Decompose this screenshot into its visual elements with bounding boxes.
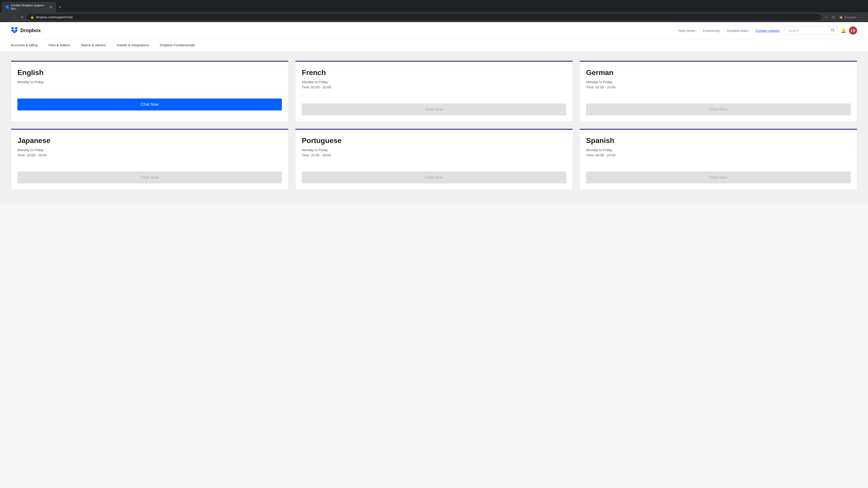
search-box[interactable] xyxy=(785,26,838,35)
portuguese-schedule: Monday to Friday Time: 22:00 - 06:00 xyxy=(302,148,566,158)
search-icon[interactable] xyxy=(831,28,835,33)
spanish-chat-button: Chat Now xyxy=(586,171,850,184)
japanese-schedule: Monday to Friday Time: 10:00 - 18:00 xyxy=(18,148,282,158)
spanish-name: Spanish xyxy=(586,136,850,145)
french-name: French xyxy=(302,68,566,77)
nav-help-center[interactable]: Help center xyxy=(678,29,695,33)
tab-title: Contact Dropbox support - Dro... xyxy=(11,4,47,10)
japanese-card: Japanese Monday to Friday Time: 10:00 - … xyxy=(11,129,288,190)
french-dot: · xyxy=(302,93,566,98)
header-nav: Help center Community Dropbox learn Cont… xyxy=(678,29,780,33)
logo[interactable]: Dropbox xyxy=(11,27,41,34)
browser-toolbar: ← → ↻ 🔒 dropbox.com/support/chat ☆ ⊡ 🕵 I… xyxy=(0,12,868,22)
portuguese-dot: · xyxy=(302,161,566,166)
german-chat-button: Chat Now xyxy=(586,103,850,116)
active-tab[interactable]: Contact Dropbox support - Dro... ✕ xyxy=(2,2,56,12)
japanese-dot: · xyxy=(18,161,282,166)
dropbox-logo-icon xyxy=(11,27,18,34)
language-cards-grid: English Monday to Friday · Chat Now Fren… xyxy=(11,61,857,190)
english-name: English xyxy=(18,68,282,77)
nav-community[interactable]: Community xyxy=(703,29,720,33)
german-dot: · xyxy=(586,93,850,98)
spanish-card: Spanish Monday to Friday Time: 00:00 - 1… xyxy=(580,129,857,190)
forward-button[interactable]: → xyxy=(11,14,17,20)
subnav-installs-integrations[interactable]: Installs & integrations xyxy=(111,39,154,52)
svg-point-1 xyxy=(831,29,834,31)
nav-contact-support[interactable]: Contact support xyxy=(756,29,780,33)
search-input[interactable] xyxy=(788,29,829,33)
tab-close-button[interactable]: ✕ xyxy=(49,5,53,9)
french-schedule: Monday to Friday Time: 02:00 - 10:00 xyxy=(302,79,566,90)
logo-text: Dropbox xyxy=(20,28,41,33)
toolbar-actions: ☆ ⊡ 🕵 Incognito ⋮ xyxy=(823,14,865,20)
subnav-dropbox-fundamentals[interactable]: Dropbox Fundamentals xyxy=(154,39,200,52)
subnav-accounts-billing[interactable]: Accounts & billing xyxy=(11,39,43,52)
portuguese-name: Portuguese xyxy=(302,136,566,145)
english-dot: · xyxy=(18,88,282,93)
french-chat-button: Chat Now xyxy=(302,103,566,116)
english-chat-button[interactable]: Chat Now xyxy=(18,98,282,110)
browser-tabs: Contact Dropbox support - Dro... ✕ + xyxy=(0,0,868,12)
site-header: Dropbox Help center Community Dropbox le… xyxy=(0,22,868,39)
french-card: French Monday to Friday Time: 02:00 - 10… xyxy=(295,61,573,122)
new-tab-button[interactable]: + xyxy=(57,4,63,11)
sub-nav: Accounts & billing Files & folders Teams… xyxy=(0,39,868,52)
portuguese-chat-button: Chat Now xyxy=(302,171,566,184)
lock-icon: 🔒 xyxy=(30,15,34,19)
notifications-bell-icon[interactable]: 🔔 xyxy=(841,28,846,33)
svg-line-2 xyxy=(833,31,835,32)
nav-dropbox-learn[interactable]: Dropbox learn xyxy=(727,29,748,33)
german-name: German xyxy=(586,68,850,77)
profile-button[interactable]: ⊡ xyxy=(830,14,837,20)
german-card: German Monday to Friday Time: 02:00 - 10… xyxy=(580,61,857,122)
url-text: dropbox.com/support/chat xyxy=(36,15,818,19)
browser-chrome: Contact Dropbox support - Dro... ✕ + ← →… xyxy=(0,0,868,22)
spanish-dot: · xyxy=(586,161,850,166)
incognito-badge: 🕵 Incognito xyxy=(837,15,858,19)
main-content: English Monday to Friday · Chat Now Fren… xyxy=(0,52,868,203)
incognito-icon: 🕵 xyxy=(839,15,843,19)
header-icons: 🔔 LD xyxy=(841,26,857,35)
incognito-label: Incognito xyxy=(844,15,856,19)
english-schedule: Monday to Friday xyxy=(18,79,282,85)
bookmark-button[interactable]: ☆ xyxy=(823,14,829,20)
more-button[interactable]: ⋮ xyxy=(859,14,865,20)
address-bar[interactable]: 🔒 dropbox.com/support/chat xyxy=(27,14,821,20)
page: Dropbox Help center Community Dropbox le… xyxy=(0,22,868,203)
reload-button[interactable]: ↻ xyxy=(19,14,25,20)
german-schedule: Monday to Friday Time: 02:00 - 10:00 xyxy=(586,79,850,90)
portuguese-card: Portuguese Monday to Friday Time: 22:00 … xyxy=(295,129,573,190)
english-card: English Monday to Friday · Chat Now xyxy=(11,61,288,122)
subnav-teams-admins[interactable]: Teams & admins xyxy=(75,39,111,52)
spanish-schedule: Monday to Friday Time: 00:00 - 15:00 xyxy=(586,148,850,158)
tab-favicon xyxy=(5,5,9,9)
japanese-name: Japanese xyxy=(18,136,282,145)
back-button[interactable]: ← xyxy=(3,14,9,20)
japanese-chat-button: Chat Now xyxy=(18,171,282,184)
subnav-files-folders[interactable]: Files & folders xyxy=(43,39,75,52)
avatar[interactable]: LD xyxy=(849,26,857,35)
